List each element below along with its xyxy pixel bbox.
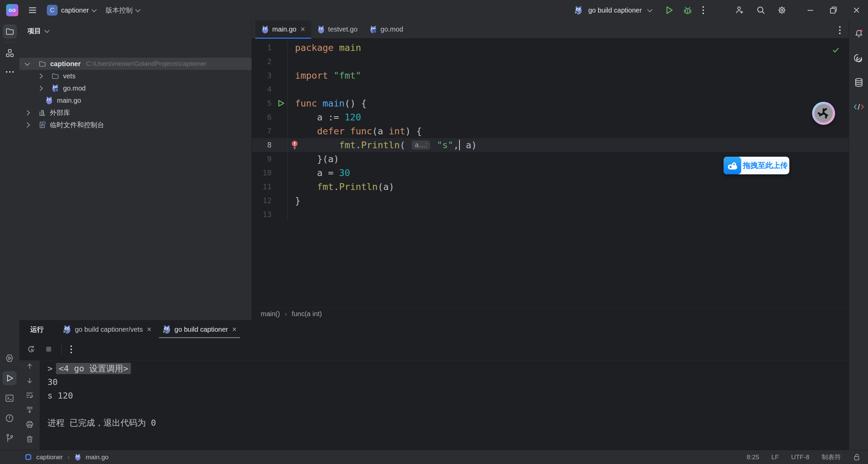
editor-tab-go-mod[interactable]: go.mod [363,20,409,38]
vcs-widget[interactable]: 版本控制 [105,6,140,15]
encoding-widget[interactable]: UTF-8 [791,453,809,461]
intention-bulb-icon[interactable] [291,140,298,150]
editor-gutter: 12 [252,194,288,208]
tree-item-main-go[interactable]: main.go [19,94,252,107]
line-ending-widget[interactable]: LF [771,453,779,461]
breadcrumb-item[interactable]: main() [261,310,280,318]
tree-item-captioner[interactable]: captionerC:\Users\meowr\GolandProjects\c… [19,58,252,70]
code-line-5[interactable]: 5func main() { [252,96,849,110]
chevron-down-icon[interactable] [25,60,30,66]
line-number: 12 [263,196,272,205]
rerun-button[interactable] [27,345,36,354]
code-line-13[interactable]: 13 [252,208,849,221]
unlocked-padlock-icon[interactable] [853,453,861,461]
hamburger-menu-icon[interactable] [28,5,37,15]
console-more-kebab-icon[interactable] [70,345,73,354]
indent-widget[interactable]: 制表符 [822,453,841,462]
editor-tab-testvet-go[interactable]: testvet.go [311,20,364,38]
gopher-run-icon [63,325,72,334]
close-button[interactable] [845,0,868,20]
code-text: } [295,194,300,208]
database-tool-button[interactable] [852,75,866,90]
chevron-right-icon[interactable] [38,85,43,91]
ai-assistant-icon[interactable] [852,51,866,65]
run-button[interactable] [665,5,674,15]
project-panel-header[interactable]: 项目 [27,26,49,36]
floating-assistant-avatar[interactable] [812,102,835,125]
endpoints-tool-button[interactable] [852,100,866,114]
services-tool-button[interactable] [2,351,17,365]
more-tools-button[interactable] [3,65,17,79]
close-tab-icon[interactable]: × [300,25,305,33]
code-line-6[interactable]: 6 a := 120 [252,110,849,124]
restore-button[interactable] [822,0,845,20]
run-config-name[interactable]: go build captioner [588,6,642,14]
settings-button[interactable] [777,5,787,15]
chevron-right-icon[interactable] [25,110,30,115]
code-line-3[interactable]: 3import "fmt" [252,69,849,82]
status-project-name[interactable]: captioner [36,453,63,461]
soft-wrap-button[interactable] [25,391,34,400]
close-tab-icon[interactable]: × [147,326,151,333]
gopher-icon [45,96,53,104]
folded-command-text[interactable]: <4 go 设置调用> [56,363,131,374]
line-number: 13 [263,210,272,219]
run-tool-button[interactable] [2,371,17,385]
gopher-icon [317,25,325,34]
print-button[interactable] [25,420,34,429]
code-line-7[interactable]: 7 defer func(a int) { [252,124,849,138]
gopher-run-icon [162,325,171,334]
status-file-name[interactable]: main.go [86,453,109,461]
clear-console-button[interactable] [25,435,34,443]
code-line-11[interactable]: 11 fmt.Println(a) [252,180,849,194]
run-tab-go-build-captioner[interactable]: go build captioner× [157,321,242,338]
chevron-right-icon[interactable] [38,73,43,79]
tree-item-label: captioner [50,60,81,68]
code-line-4[interactable]: 4 [252,82,849,96]
baidu-cloud-icon [724,157,741,174]
editor-gutter: 4 [252,82,288,96]
line-number: 4 [267,85,272,94]
more-actions-kebab-icon[interactable] [702,5,705,15]
editor-gutter: 5 [252,96,288,110]
problems-tool-button[interactable] [2,411,17,425]
next-occurrence-button[interactable] [25,376,34,385]
run-tabs: go build captioner/vets×go build caption… [57,321,242,338]
upload-drop-button[interactable]: 拖拽至此上传 [724,157,789,174]
prev-occurrence-button[interactable] [25,362,34,370]
scroll-to-end-button[interactable] [25,406,34,414]
code-line-2[interactable]: 2 [252,55,849,69]
caret-position-widget[interactable]: 8:25 [747,453,759,461]
code-line-12[interactable]: 12} [252,194,849,208]
chevron-down-icon[interactable] [647,7,653,12]
tab-options-kebab-icon[interactable] [839,25,841,35]
run-tab-go-build-captioner-vets[interactable]: go build captioner/vets× [57,321,157,338]
status-bar: captioner › main.go 8:25 LF UTF-8 制表符 [0,450,868,464]
console-output[interactable]: ><4 go 设置调用>30s 120 进程 已完成，退出代码为 0 [47,362,156,430]
code-line-1[interactable]: 1package main [252,41,849,55]
code-line-8[interactable]: 8 fmt.Println( a…: "s", a) [252,138,849,152]
commit-tool-button[interactable] [3,46,17,60]
minimize-button[interactable] [799,0,822,20]
right-tool-stripe [849,20,868,450]
editor-tab-main-go[interactable]: main.go× [255,20,311,38]
version-control-tool-button[interactable] [2,431,17,445]
close-tab-icon[interactable]: × [232,326,236,333]
tree-item-scratches[interactable]: 临时文件和控制台 [19,119,252,131]
breadcrumb-item[interactable]: func(a int) [292,310,322,318]
project-tool-button[interactable] [3,24,17,39]
tree-item-go-mod[interactable]: go.mod [19,82,252,94]
search-button[interactable] [756,5,766,15]
run-gutter-icon[interactable] [277,99,285,108]
add-user-button[interactable] [735,5,745,15]
debug-button[interactable] [683,5,692,15]
tree-item-external-libraries[interactable]: 外部库 [19,107,252,119]
tab-label: testvet.go [328,25,358,33]
stop-button[interactable] [44,345,53,354]
console-line: 30 [47,375,156,389]
notifications-bell-icon[interactable] [852,26,866,41]
terminal-tool-button[interactable] [2,391,17,405]
project-switcher[interactable]: C captioner [47,5,96,16]
chevron-right-icon[interactable] [25,122,30,128]
tree-item-vets[interactable]: vets [19,70,252,82]
